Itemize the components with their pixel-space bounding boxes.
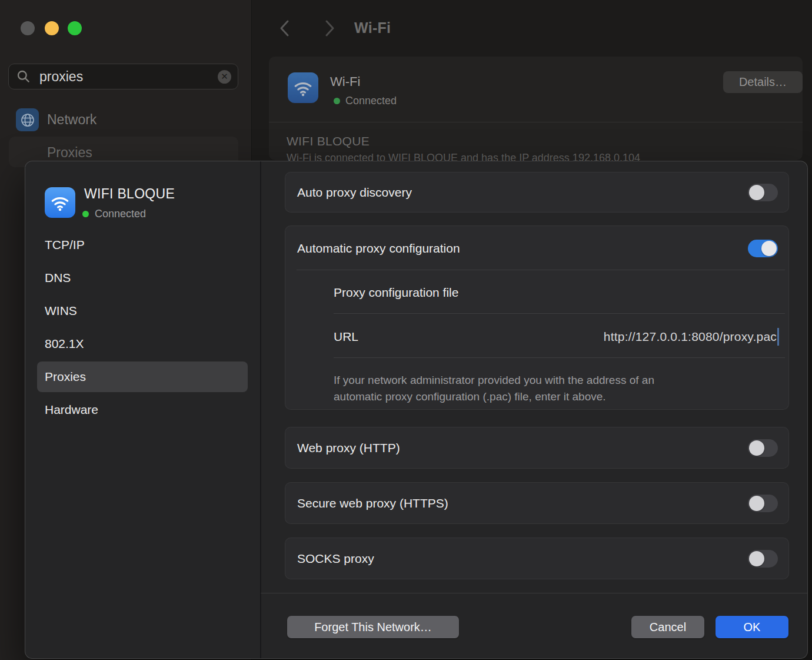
sidebar-item-network[interactable]: Network: [47, 112, 96, 128]
text-cursor: [777, 328, 779, 346]
known-network-name: WIFI BLOQUE: [287, 134, 370, 148]
dialog-network-status: Connected: [82, 208, 146, 220]
socks-proxy-toggle[interactable]: [748, 550, 778, 568]
dialog-network-name: WIFI BLOQUE: [84, 186, 175, 202]
clear-search-icon[interactable]: ✕: [218, 70, 231, 84]
url-value: http://127.0.0.1:8080/proxy.pac: [604, 330, 777, 344]
secure-web-proxy-toggle[interactable]: [748, 495, 778, 512]
ok-button[interactable]: OK: [716, 616, 788, 638]
tab-dns[interactable]: DNS: [25, 261, 260, 294]
search-icon: [16, 69, 31, 84]
dialog-tab-list: TCP/IP DNS WINS 802.1X Proxies Hardware: [25, 228, 260, 426]
sidebar-item-proxies-label: Proxies: [47, 145, 92, 161]
url-label: URL: [334, 322, 358, 351]
forget-this-network-button[interactable]: Forget This Network…: [287, 616, 459, 638]
web-proxy-toggle[interactable]: [748, 439, 778, 457]
network-icon: [16, 108, 39, 131]
secure-web-proxy-row: Secure web proxy (HTTPS): [285, 482, 789, 524]
automatic-proxy-configuration-label: Automatic proxy configuration: [297, 226, 460, 270]
page-title: Wi-Fi: [354, 19, 391, 37]
divider: [297, 270, 785, 270]
tab-wins[interactable]: WINS: [25, 294, 260, 327]
divider: [334, 313, 785, 314]
search-value: proxies: [39, 69, 218, 85]
divider: [334, 357, 785, 358]
traffic-light-maximize-button[interactable]: [68, 21, 82, 35]
traffic-light-close-button[interactable]: [21, 21, 35, 35]
back-button[interactable]: [277, 18, 294, 38]
divider: [269, 122, 803, 122]
system-settings-window: proxies ✕ Network Proxies Wi-Fi Wi-Fi: [0, 0, 812, 660]
socks-proxy-label: SOCKS proxy: [297, 538, 374, 579]
url-input[interactable]: http://127.0.0.1:8080/proxy.pac: [604, 322, 779, 351]
details-button[interactable]: Details…: [723, 71, 803, 93]
automatic-proxy-configuration-card: Automatic proxy configuration Proxy conf…: [285, 225, 789, 410]
wifi-icon: [288, 72, 318, 103]
search-input[interactable]: proxies ✕: [8, 64, 238, 89]
cancel-button[interactable]: Cancel: [631, 616, 704, 638]
dialog-wifi-icon: [45, 187, 75, 218]
network-details-dialog: WIFI BLOQUE Connected TCP/IP DNS WINS 80…: [25, 161, 808, 659]
secure-web-proxy-label: Secure web proxy (HTTPS): [297, 483, 448, 523]
automatic-proxy-configuration-toggle[interactable]: [748, 240, 778, 257]
connected-dot: [334, 98, 340, 104]
connected-dot: [82, 211, 89, 217]
traffic-light-minimize-button[interactable]: [45, 21, 59, 35]
wifi-status-card: Wi-Fi Connected Details… WIFI BLOQUE Wi-…: [269, 57, 803, 160]
tab-tcpip[interactable]: TCP/IP: [25, 228, 260, 261]
forward-button[interactable]: [320, 18, 338, 38]
socks-proxy-row: SOCKS proxy: [285, 538, 789, 579]
proxy-configuration-file-label: Proxy configuration file: [334, 278, 458, 307]
divider: [260, 161, 261, 658]
tab-proxies[interactable]: Proxies: [25, 360, 260, 393]
web-proxy-row: Web proxy (HTTP): [285, 427, 789, 469]
tab-8021x[interactable]: 802.1X: [25, 327, 260, 360]
web-proxy-label: Web proxy (HTTP): [297, 427, 400, 468]
proxy-help-text: If your network administrator provided y…: [334, 372, 654, 405]
auto-proxy-discovery-label: Auto proxy discovery: [297, 173, 412, 212]
wifi-row-status: Connected: [334, 95, 397, 107]
wifi-row-title: Wi-Fi: [330, 74, 360, 89]
auto-proxy-discovery-row: Auto proxy discovery: [285, 172, 789, 213]
divider: [261, 593, 807, 593]
auto-proxy-discovery-toggle[interactable]: [748, 184, 778, 201]
tab-hardware[interactable]: Hardware: [25, 393, 260, 426]
